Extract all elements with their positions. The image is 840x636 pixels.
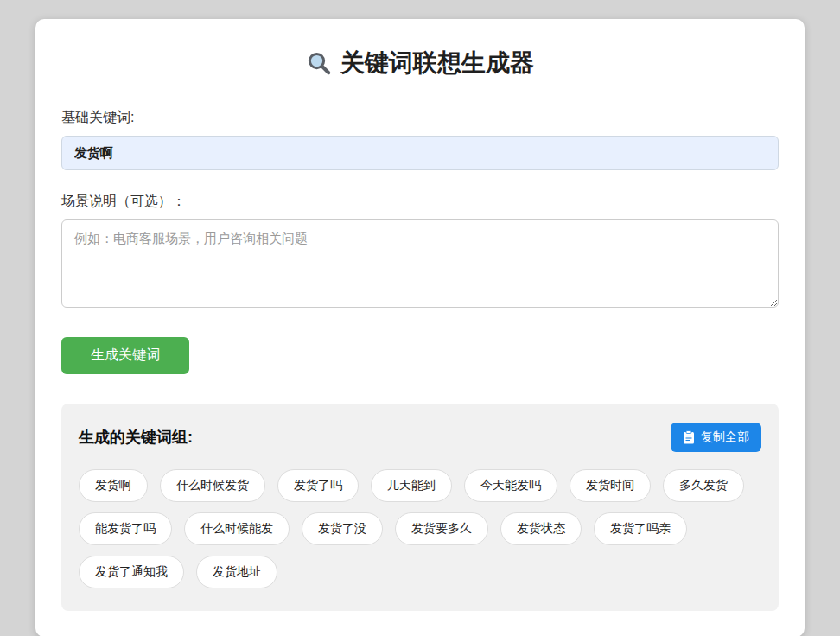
keyword-chip[interactable]: 发货了通知我 [79,556,184,588]
copy-all-label: 复制全部 [701,429,749,445]
keyword-chip[interactable]: 多久发货 [663,469,744,502]
keyword-input[interactable] [61,136,779,170]
copy-all-button[interactable]: 复制全部 [671,423,761,452]
magnifier-icon [306,50,332,76]
page-title: 关键词联想生成器 [61,47,779,80]
keyword-chip[interactable]: 发货时间 [570,469,651,502]
keyword-chip[interactable]: 发货状态 [500,512,582,545]
page-background: 关键词联想生成器 基础关键词: 场景说明（可选）： 生成关键词 生成的关键词组: [0,0,840,636]
results-header: 生成的关键词组: 复制全部 [79,423,761,452]
page-title-text: 关键词联想生成器 [340,47,534,80]
keyword-chip[interactable]: 发货了吗 [277,469,359,502]
keyword-chip[interactable]: 能发货了吗 [79,512,172,545]
generator-card: 关键词联想生成器 基础关键词: 场景说明（可选）： 生成关键词 生成的关键词组: [35,19,805,636]
keyword-chip[interactable]: 什么时候发货 [160,469,265,502]
results-panel: 生成的关键词组: 复制全部 发货啊什么时候发货发货了吗几天能到今天能发吗 [61,404,779,611]
keyword-chip[interactable]: 发货了没 [302,512,383,545]
keyword-chip[interactable]: 什么时候能发 [184,512,290,545]
clipboard-icon [683,430,695,444]
keyword-chip[interactable]: 今天能发吗 [464,469,557,502]
keyword-chip[interactable]: 发货要多久 [395,512,488,545]
scene-textarea[interactable] [61,219,779,308]
scene-label: 场景说明（可选）： [61,193,779,211]
keyword-chip-list: 发货啊什么时候发货发货了吗几天能到今天能发吗发货时间多久发货能发货了吗什么时候能… [79,469,761,588]
keyword-chip[interactable]: 发货了吗亲 [594,512,687,545]
keyword-chip[interactable]: 几天能到 [371,469,452,502]
results-title: 生成的关键词组: [79,427,193,448]
generate-button[interactable]: 生成关键词 [61,337,189,374]
keyword-label: 基础关键词: [61,109,779,127]
keyword-chip[interactable]: 发货啊 [79,469,148,502]
keyword-chip[interactable]: 发货地址 [196,556,277,588]
